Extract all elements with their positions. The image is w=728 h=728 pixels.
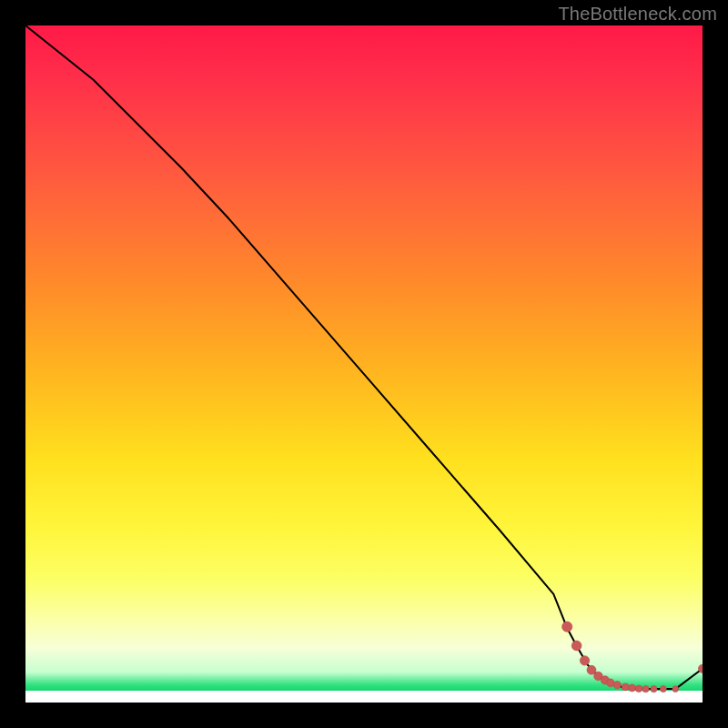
marker-dot [651, 686, 657, 693]
chart-root: TheBottleneck.com [0, 0, 728, 728]
watermark-text: TheBottleneck.com [558, 4, 717, 25]
marker-dot [622, 683, 629, 691]
marker-dot [571, 641, 581, 651]
marker-dot [660, 686, 666, 693]
marker-dot [562, 622, 572, 632]
marker-cluster [562, 622, 703, 693]
plot-area [25, 25, 703, 703]
marker-dot [642, 685, 649, 692]
marker-dot [580, 656, 589, 665]
chart-overlay [25, 25, 703, 703]
marker-dot [672, 686, 679, 693]
curve-path [25, 25, 703, 689]
marker-dot [613, 681, 621, 688]
marker-dot [629, 684, 636, 692]
curve-line [25, 25, 703, 689]
marker-dot [635, 685, 642, 693]
